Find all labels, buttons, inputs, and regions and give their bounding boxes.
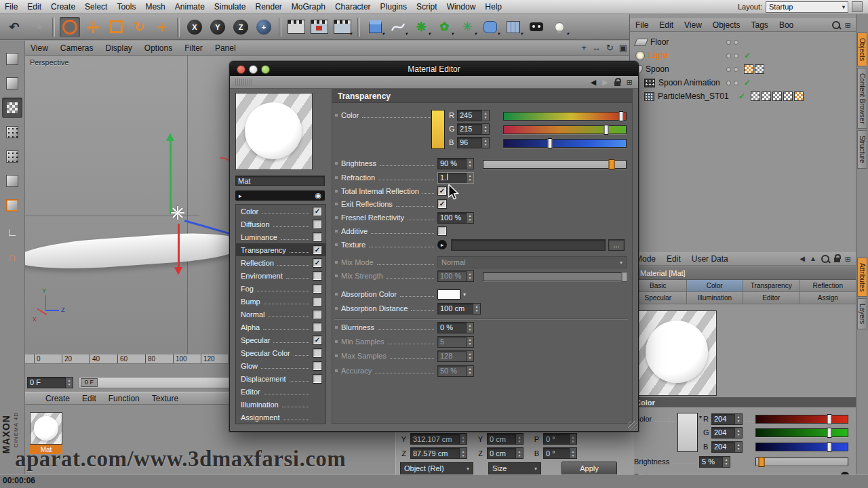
menu-item[interactable]: Help [480,0,507,14]
frame-stepper[interactable] [65,378,73,388]
disclosure-icon[interactable]: ▸ [239,192,242,199]
attribute-tab[interactable]: Assign [800,292,857,304]
render-view-icon[interactable] [286,17,307,37]
viewport-menu-item[interactable]: Panel [209,43,242,53]
material-preview-large[interactable] [235,93,313,170]
layout-select[interactable]: Startup ▾ [766,1,848,13]
channel-row[interactable]: Displacement [236,372,326,385]
viewport-menu-item[interactable]: View [24,43,54,53]
last-tool-icon[interactable] [152,17,172,37]
chevron-down-icon[interactable]: ▾ [463,291,466,298]
attribute-tab[interactable]: Editor [743,292,800,304]
particles-icon[interactable]: ✳▾ [457,17,477,37]
object-menu-item[interactable]: Boo [774,20,799,30]
menu-item[interactable]: Select [80,0,112,14]
size-field[interactable]: 0 cm [487,433,524,445]
viewport-menu-item[interactable]: Cameras [54,43,100,53]
timeline-playhead[interactable]: 0 F [81,378,98,387]
position-field[interactable]: 312.107 cm [410,433,467,445]
render-settings-icon[interactable]: ▾ [332,17,353,37]
material-editor-window[interactable]: Material Editor ◀ ▶ ⊞ Mat ▸ ◉ Color [229,61,639,432]
cloth-icon[interactable]: ▾ [480,17,500,37]
z-axis-lock-icon[interactable]: Z [231,17,251,37]
material-name-field[interactable]: Mat [235,176,325,186]
history-back-icon[interactable]: ◀ [800,255,805,262]
menu-item[interactable]: Mesh [140,0,170,14]
channel-checkbox[interactable] [313,284,322,293]
undo-icon[interactable]: ↶ [4,17,24,37]
coordinate-mode-select[interactable]: Object (Rel)▾ [400,462,473,474]
window-titlebar[interactable]: Material Editor [230,62,638,76]
light-tool-icon[interactable]: ▾ [549,17,570,37]
channel-checkbox[interactable] [313,361,322,371]
channel-checkbox[interactable] [313,220,322,229]
workplane-mode-icon[interactable] [2,122,22,142]
channel-row[interactable]: Transparency ✓ [236,243,326,256]
material-thumbnail[interactable] [30,412,62,445]
material-menu-item[interactable]: Create [39,394,76,403]
channel-row[interactable]: Alpha [236,321,326,333]
zoom-icon[interactable] [261,65,270,74]
size-mode-select[interactable]: Size▾ [488,462,541,474]
menu-item[interactable]: Plugins [376,0,412,14]
attribute-tab[interactable]: Reflection [800,280,857,292]
color-section-header[interactable]: Color [630,397,856,407]
channel-checkbox[interactable] [313,374,322,384]
apply-button[interactable]: Apply [561,462,617,475]
material-preview[interactable] [637,310,717,396]
view-label[interactable]: Perspective [30,58,68,66]
minimize-icon[interactable] [249,65,258,74]
enabled-check-icon[interactable]: ✓ [738,92,745,101]
channel-row[interactable]: Reflection ✓ [236,256,326,269]
menu-item[interactable]: Edit [22,0,46,14]
channel-checkbox[interactable] [313,348,322,358]
object-row-spoon-animation[interactable]: + Spoon Animation ✓ [630,76,856,89]
green-field[interactable]: 215 [457,123,490,135]
xpresso-icon[interactable] [526,17,547,37]
channel-row[interactable]: Fog [236,282,326,295]
pan-view-icon[interactable]: + [581,41,587,55]
texture-mode-icon[interactable] [2,98,22,118]
channel-checkbox[interactable] [313,297,322,306]
brightness-slider[interactable] [483,160,627,169]
texture-browse-button[interactable]: ... [608,239,625,251]
channel-checkbox[interactable] [313,310,322,319]
close-icon[interactable] [237,65,245,74]
model-mode-icon[interactable] [2,73,22,94]
array-icon[interactable]: ▾ [503,17,524,37]
color-swatch[interactable] [677,413,698,452]
lock-icon[interactable] [834,258,840,262]
attribute-menu-item[interactable]: Edit [661,254,686,264]
blue-field[interactable]: 96 [457,137,490,148]
menu-item[interactable]: Render [251,0,287,14]
viewport-menu-item[interactable]: Options [138,43,178,53]
refraction-field[interactable]: 1. [437,172,474,184]
channel-row[interactable]: Color ✓ [236,205,326,218]
absorption-distance-field[interactable]: 100 cm [437,303,481,314]
red-slider[interactable] [503,112,627,121]
size-field[interactable]: 0 cm [487,447,524,459]
zoom-view-icon[interactable]: ↔ [592,41,601,55]
attribute-tab[interactable]: Transparency [743,280,800,292]
channel-row[interactable]: Specular Color [236,346,326,359]
spline-pen-icon[interactable]: ▾ [388,17,408,37]
spoon-object[interactable] [24,230,239,274]
lock-icon[interactable] [614,81,620,86]
side-tab[interactable]: Content Browser [857,68,867,129]
material-menu-item[interactable]: Edit [76,394,102,403]
mograph-icon[interactable]: ❋▾ [411,17,431,37]
channel-row[interactable]: Luminance [236,230,326,243]
channel-row[interactable]: Bump [236,295,326,308]
forward-icon[interactable]: ▶ [602,78,608,87]
channel-row[interactable]: Normal [236,308,326,321]
exit-reflections-checkbox[interactable]: ✓ [437,199,447,209]
object-row-floor[interactable]: Floor [630,35,856,49]
channel-row[interactable]: Illumination [236,398,326,411]
rotate-tool-icon[interactable]: ↻ [129,17,149,37]
total-internal-reflection-checkbox[interactable]: ✓ [437,186,447,196]
panel-window-icon[interactable]: ⊞ [845,22,851,28]
brightness-field[interactable]: 5 % [699,456,730,468]
position-field[interactable]: 87.579 cm [410,447,467,459]
attribute-tab[interactable]: Illumination [687,292,744,304]
window-resize-grip[interactable] [628,421,637,430]
